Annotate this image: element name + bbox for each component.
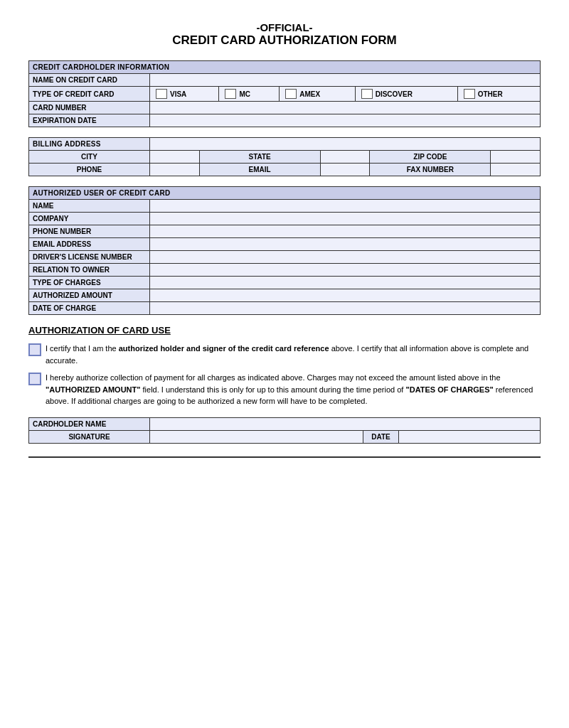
auth-of-card-use-section: AUTHORIZATION OF CARD USE I certify that… (28, 325, 541, 407)
card-number-label: CARD NUMBER (29, 102, 150, 114)
title-official: -OFFICIAL- (28, 21, 541, 33)
card-type-label: TYPE OF CREDIT CARD (29, 87, 150, 102)
name-on-card-field[interactable] (150, 74, 541, 87)
discover-option[interactable]: DISCOVER (355, 87, 457, 102)
other-label: OTHER (478, 90, 503, 98)
section1-header: CREDIT CARDHOLDER INFORMATION (29, 61, 541, 74)
email-label: EMAIL (199, 164, 320, 176)
zip-label: ZIP CODE (370, 151, 491, 164)
auth-charges-row: TYPE OF CHARGES (29, 277, 541, 289)
cardholder-name-row: CARDHOLDER NAME (29, 417, 541, 430)
fax-field[interactable] (491, 164, 541, 176)
auth-email-label: EMAIL ADDRESS (29, 238, 150, 251)
amex-option[interactable]: AMEX (280, 87, 355, 102)
auth-paragraph1-line: I certify that I am the authorized holde… (28, 343, 541, 366)
card-number-field[interactable] (150, 102, 541, 114)
auth-license-row: DRIVER'S LICENSE NUMBER (29, 251, 541, 264)
city-field[interactable] (150, 151, 200, 164)
auth-license-field[interactable] (150, 251, 541, 264)
page-title: -OFFICIAL- CREDIT CARD AUTHORIZATION FOR… (28, 21, 541, 48)
phone-label: PHONE (29, 164, 150, 176)
mc-checkbox[interactable] (225, 89, 236, 99)
auth-email-field[interactable] (150, 238, 541, 251)
auth-relation-field[interactable] (150, 264, 541, 277)
state-label: STATE (199, 151, 320, 164)
auth-date-row: DATE OF CHARGE (29, 302, 541, 315)
auth-amount-label: AUTHORIZED AMOUNT (29, 289, 150, 302)
card-number-row: CARD NUMBER (29, 102, 541, 114)
other-option[interactable]: OTHER (457, 87, 540, 102)
other-checkbox[interactable] (464, 89, 475, 99)
zip-field[interactable] (491, 151, 541, 164)
expiration-field[interactable] (150, 114, 541, 127)
billing-header-row: BILLING ADDRESS (29, 138, 541, 151)
auth-license-label: DRIVER'S LICENSE NUMBER (29, 251, 150, 264)
discover-label: DISCOVER (376, 90, 413, 98)
auth-phone-field[interactable] (150, 225, 541, 238)
section1-header-row: CREDIT CARDHOLDER INFORMATION (29, 61, 541, 74)
state-field[interactable] (320, 151, 370, 164)
auth-company-label: COMPANY (29, 213, 150, 225)
auth-company-row: COMPANY (29, 213, 541, 225)
signature-row: SIGNATURE DATE (29, 430, 541, 443)
email-field[interactable] (320, 164, 370, 176)
date-field[interactable] (399, 430, 541, 443)
auth-date-label: DATE OF CHARGE (29, 302, 150, 315)
mc-label: MC (239, 90, 250, 98)
auth-name-field[interactable] (150, 200, 541, 213)
billing-address-field[interactable] (150, 138, 541, 151)
expiration-row: EXPIRATION DATE (29, 114, 541, 127)
cardholder-name-label: CARDHOLDER NAME (29, 417, 150, 430)
city-state-zip-row: CITY STATE ZIP CODE (29, 151, 541, 164)
city-label: CITY (29, 151, 150, 164)
fax-label: FAX NUMBER (370, 164, 491, 176)
auth-paragraph1-text: I certify that I am the authorized holde… (46, 343, 541, 366)
auth-amount-field[interactable] (150, 289, 541, 302)
auth-phone-row: PHONE NUMBER (29, 225, 541, 238)
phone-field[interactable] (150, 164, 200, 176)
signature-label: SIGNATURE (29, 430, 150, 443)
amex-checkbox[interactable] (285, 89, 297, 99)
cert-checkbox-2[interactable] (28, 373, 41, 385)
cert-checkbox-1[interactable] (28, 343, 41, 356)
auth-name-label: NAME (29, 200, 150, 213)
expiration-label: EXPIRATION DATE (29, 114, 150, 127)
auth-paragraph2-line: I hereby authorize collection of payment… (28, 372, 541, 407)
auth-company-field[interactable] (150, 213, 541, 225)
auth-name-row: NAME (29, 200, 541, 213)
signature-table: CARDHOLDER NAME SIGNATURE DATE (28, 417, 541, 444)
amex-label: AMEX (299, 90, 320, 98)
auth-relation-label: RELATION TO OWNER (29, 264, 150, 277)
auth-charges-label: TYPE OF CHARGES (29, 277, 150, 289)
visa-label: VISA (170, 90, 186, 98)
auth-charges-field[interactable] (150, 277, 541, 289)
card-type-row: TYPE OF CREDIT CARD VISA MC AMEX DISCOVE… (29, 87, 541, 102)
auth-user-header-row: AUTHORIZED USER OF CREDIT CARD (29, 187, 541, 200)
auth-relation-row: RELATION TO OWNER (29, 264, 541, 277)
auth-email-row: EMAIL ADDRESS (29, 238, 541, 251)
visa-checkbox[interactable] (156, 89, 167, 99)
visa-option[interactable]: VISA (150, 87, 219, 102)
cardholder-info-table: CREDIT CARDHOLDER INFORMATION NAME ON CR… (28, 60, 541, 127)
cardholder-name-field[interactable] (150, 417, 541, 430)
auth-phone-label: PHONE NUMBER (29, 225, 150, 238)
name-on-card-label: NAME ON CREDIT CARD (29, 74, 150, 87)
bottom-divider (28, 456, 541, 458)
phone-email-fax-row: PHONE EMAIL FAX NUMBER (29, 164, 541, 176)
name-on-card-row: NAME ON CREDIT CARD (29, 74, 541, 87)
billing-address-table: BILLING ADDRESS CITY STATE ZIP CODE PHON… (28, 137, 541, 176)
auth-amount-row: AUTHORIZED AMOUNT (29, 289, 541, 302)
date-label: DATE (363, 430, 399, 443)
auth-user-header: AUTHORIZED USER OF CREDIT CARD (29, 187, 541, 200)
auth-date-field[interactable] (150, 302, 541, 315)
billing-header: BILLING ADDRESS (29, 138, 150, 151)
mc-option[interactable]: MC (219, 87, 280, 102)
discover-checkbox[interactable] (361, 89, 373, 99)
auth-paragraph2-text: I hereby authorize collection of payment… (46, 372, 541, 407)
signature-field[interactable] (150, 430, 363, 443)
auth-of-card-title: AUTHORIZATION OF CARD USE (28, 325, 541, 336)
authorized-user-table: AUTHORIZED USER OF CREDIT CARD NAME COMP… (28, 186, 541, 315)
title-form: CREDIT CARD AUTHORIZATION FORM (28, 33, 541, 48)
